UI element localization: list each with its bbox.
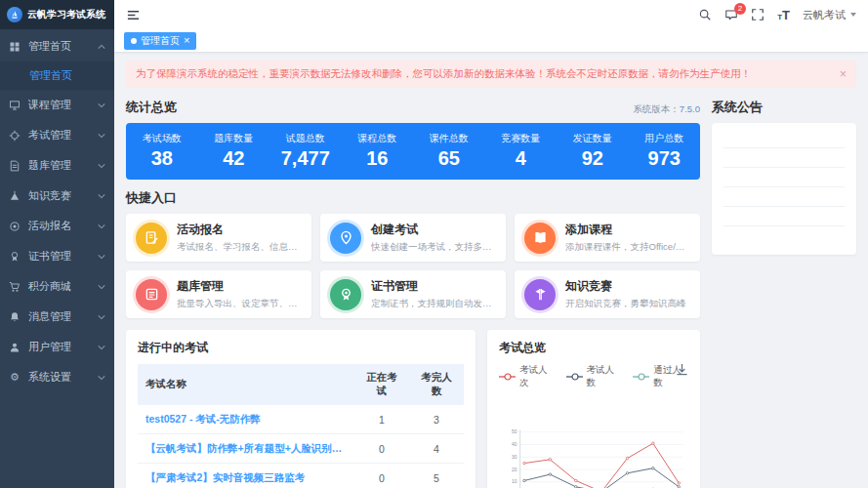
bell-icon (9, 311, 21, 323)
sidebar-item[interactable]: 用户管理 (0, 332, 114, 362)
exam-link[interactable]: 【云帆考试】防作弊+所有题型+人脸识别进入考试 - 考试 (138, 434, 354, 464)
sidebar-item-admin-home[interactable]: 管理首页 (0, 31, 114, 61)
stat-value: 38 (126, 147, 198, 170)
ongoing-exams-title: 进行中的考试 (138, 340, 464, 356)
quick-card-title: 题库管理 (177, 278, 302, 295)
announcement-link[interactable] (723, 148, 845, 168)
main-area: 2 云帆考试 管理首页 × 为了保障演示系统的稳定性，重要演示 (114, 0, 868, 488)
stats-section-title: 统计总览 (126, 99, 177, 116)
stat-item: 考试场数 38 (126, 132, 198, 170)
tab-active-dot (131, 38, 137, 44)
quick-entry-card[interactable]: 题库管理 批量导入导出、设定章节、题目难易程度 (126, 270, 311, 318)
message-count-badge: 2 (734, 3, 746, 15)
sidebar-item[interactable]: ⚙ 系统设置 (0, 362, 114, 392)
page-content: 为了保障演示系统的稳定性，重要演示数据无法修改和删除，您可以添加新的数据来体验！… (114, 53, 868, 488)
announcement-link[interactable] (723, 187, 845, 207)
aim-icon (9, 130, 21, 142)
alert-close-icon[interactable]: × (840, 67, 847, 81)
chevron-down-icon (98, 223, 105, 230)
form-icon (136, 223, 167, 254)
quick-card-desc: 添加课程课件，支持Office/PDF/视频 (565, 241, 690, 254)
stat-item: 课程总数 16 (342, 132, 414, 170)
menu-collapse-icon[interactable] (126, 8, 141, 22)
stat-item: 用户总数 973 (629, 132, 701, 170)
sailboat-logo-icon (7, 7, 22, 22)
font-size-icon[interactable] (777, 6, 790, 23)
sidebar-items: 课程管理 考试管理 题库管理 知识竞赛 活动报名 证书管理 (0, 90, 114, 392)
table-row: 【云帆考试】防作弊+所有题型+人脸识别进入考试 - 考试 0 4 (138, 434, 464, 464)
sidebar-item[interactable]: 证书管理 (0, 241, 114, 271)
stat-item: 课件总数 65 (413, 132, 485, 170)
app-title: 云帆学习考试系统 (27, 8, 105, 21)
legend-item[interactable]: 考试人次 (499, 364, 555, 389)
announcement-link[interactable] (723, 226, 845, 245)
chevron-down-icon (98, 192, 105, 200)
quick-entry-card[interactable]: 创建考试 快速创建一场考试，支持多种选题方式 (320, 214, 506, 262)
stat-label: 发证数量 (557, 132, 629, 145)
quick-card-title: 知识竞赛 (565, 278, 686, 295)
sidebar-item[interactable]: 题库管理 (0, 150, 114, 181)
chevron-down-icon (98, 374, 105, 382)
sidebar-item[interactable]: 考试管理 (0, 120, 114, 150)
svg-text:10: 10 (512, 479, 517, 484)
search-icon[interactable] (698, 8, 712, 21)
download-icon[interactable] (676, 363, 688, 376)
chevron-down-icon (98, 344, 105, 351)
grid-icon (9, 41, 21, 53)
quick-entry-card[interactable]: 添加课程 添加课程课件，支持Office/PDF/视频 (515, 214, 700, 262)
ongoing-exams-table: 考试名称 正在考试 考完人数 test0527 - 考试-无防作弊 1 3 【云… (138, 364, 464, 488)
quick-entry-card[interactable]: 证书管理 定制证书，支持规则自动发放、人工颁发 (320, 270, 506, 318)
sidebar-item[interactable]: 课程管理 (0, 90, 114, 120)
chart-legend: 考试人次考试人数通过人数 (499, 364, 688, 389)
pin-icon (330, 223, 361, 254)
announcement-link[interactable] (723, 207, 845, 226)
table-row: test0527 - 考试-无防作弊 1 3 (138, 405, 464, 434)
gear-icon: ⚙ (9, 372, 21, 384)
exam-link[interactable]: test0527 - 考试-无防作弊 (138, 405, 354, 434)
exam-link[interactable]: 【严肃考试2】实时音视频三路监考 (138, 464, 354, 488)
circle-icon (9, 221, 21, 232)
exam-overview-chart: 1020304050 (499, 393, 688, 488)
exam-overview-title: 考试总览 (499, 340, 688, 356)
mountain-icon (9, 190, 21, 202)
quick-entry-card[interactable]: 知识竞赛 开启知识竞赛，勇攀知识高峰 (515, 270, 700, 318)
sidebar-item[interactable]: 知识竞赛 (0, 181, 114, 211)
legend-item[interactable]: 考试人数 (566, 364, 622, 389)
exam-finished-count: 4 (409, 434, 464, 464)
announcement-link[interactable] (723, 129, 845, 148)
sidebar-item[interactable]: 积分商城 (0, 271, 114, 302)
svg-text:50: 50 (512, 429, 517, 434)
message-icon[interactable]: 2 (724, 8, 738, 21)
quick-entry-title: 快捷入口 (126, 189, 700, 207)
sidebar-item[interactable]: 消息管理 (0, 302, 114, 332)
stat-item: 发证数量 92 (557, 132, 629, 170)
stat-label: 课件总数 (413, 132, 485, 145)
sidebar-subitem-admin-home[interactable]: 管理首页 (0, 61, 114, 90)
svg-text:30: 30 (512, 455, 517, 460)
stat-label: 考试场数 (126, 132, 198, 145)
left-column: 统计总览 系统版本：7.5.0 考试场数 38 题库数量 42 试题总数 7,4… (126, 97, 700, 488)
book-icon (524, 223, 556, 254)
quick-card-desc: 快速创建一场考试，支持多种选题方式 (371, 241, 496, 254)
sidebar-item[interactable]: 活动报名 (0, 211, 114, 241)
stat-label: 竞赛数量 (485, 132, 558, 145)
legend-label: 考试人数 (587, 364, 622, 389)
stat-value: 16 (342, 147, 414, 170)
tabbar: 管理首页 × (114, 29, 868, 53)
user-menu[interactable]: 云帆考试 (803, 8, 856, 22)
chevron-down-icon (98, 313, 105, 321)
exam-taking-count: 0 (354, 464, 409, 488)
quick-card-desc: 考试报名、学习报名、信息收集 (177, 241, 302, 254)
quick-card-desc: 开启知识竞赛，勇攀知识高峰 (565, 298, 686, 310)
svg-text:40: 40 (512, 442, 517, 447)
app-logo: 云帆学习考试系统 (0, 0, 114, 29)
stat-item: 题库数量 42 (198, 132, 270, 170)
stat-item: 试题总数 7,477 (269, 132, 342, 170)
tab-admin-home[interactable]: 管理首页 × (124, 32, 196, 50)
announcement-link[interactable] (723, 168, 845, 187)
stat-label: 题库数量 (198, 132, 270, 145)
svg-text:20: 20 (512, 468, 517, 472)
quick-entry-card[interactable]: 活动报名 考试报名、学习报名、信息收集 (126, 214, 311, 262)
fullscreen-icon[interactable] (751, 8, 765, 21)
tab-close-icon[interactable]: × (184, 35, 189, 46)
